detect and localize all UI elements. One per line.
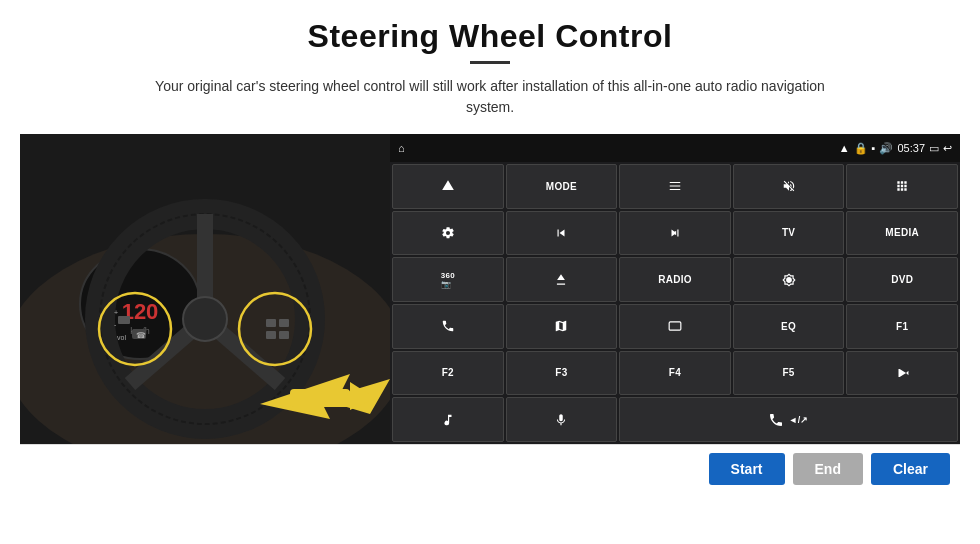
- btn-music[interactable]: [392, 397, 504, 442]
- btn-eq[interactable]: EQ: [733, 304, 845, 349]
- btn-prev[interactable]: [506, 211, 618, 256]
- back-icon: ↩: [943, 142, 952, 155]
- page-subtitle: Your original car's steering wheel contr…: [150, 76, 830, 118]
- btn-dvd[interactable]: DVD: [846, 257, 958, 302]
- btn-360[interactable]: 360📷: [392, 257, 504, 302]
- bottom-bar: Start End Clear: [20, 444, 960, 493]
- btn-media[interactable]: MEDIA: [846, 211, 958, 256]
- btn-apps[interactable]: [846, 164, 958, 209]
- home-icon[interactable]: ⌂: [398, 142, 405, 154]
- btn-f3[interactable]: F3: [506, 351, 618, 396]
- svg-text:+: +: [114, 309, 118, 316]
- btn-f1[interactable]: F1: [846, 304, 958, 349]
- sd-icon: ▪: [872, 142, 876, 154]
- btn-f5[interactable]: F5: [733, 351, 845, 396]
- wifi-icon: ▲: [839, 142, 850, 154]
- volume-icon: 🔊: [879, 142, 893, 155]
- head-unit-panel: ⌂ ▲ 🔒 ▪ 🔊 05:37 ▭ ↩ MODE: [390, 134, 960, 444]
- btn-map[interactable]: [506, 304, 618, 349]
- btn-play-pause[interactable]: [846, 351, 958, 396]
- btn-mode[interactable]: MODE: [506, 164, 618, 209]
- lock-icon: 🔒: [854, 142, 868, 155]
- page: Steering Wheel Control Your original car…: [0, 0, 980, 544]
- button-grid: MODE TV: [390, 162, 960, 444]
- btn-tv[interactable]: TV: [733, 211, 845, 256]
- svg-rect-13: [118, 316, 130, 324]
- steering-wheel-image: 120 km/h + - ☎ v: [20, 134, 390, 444]
- status-bar-left: ⌂: [398, 142, 405, 154]
- btn-f4[interactable]: F4: [619, 351, 731, 396]
- btn-brightness[interactable]: [733, 257, 845, 302]
- btn-settings[interactable]: [392, 211, 504, 256]
- svg-rect-26: [669, 322, 681, 330]
- start-button[interactable]: Start: [709, 453, 785, 485]
- clear-button[interactable]: Clear: [871, 453, 950, 485]
- end-button[interactable]: End: [793, 453, 863, 485]
- btn-eject[interactable]: [506, 257, 618, 302]
- svg-rect-24: [290, 389, 350, 407]
- svg-point-10: [183, 297, 227, 341]
- status-bar-right: ▲ 🔒 ▪ 🔊 05:37 ▭ ↩: [839, 142, 952, 155]
- svg-text:vol: vol: [117, 334, 126, 341]
- svg-text:☎: ☎: [136, 331, 146, 340]
- svg-rect-20: [279, 319, 289, 327]
- status-bar: ⌂ ▲ 🔒 ▪ 🔊 05:37 ▭ ↩: [390, 134, 960, 162]
- btn-phone-call[interactable]: ◄/↗: [619, 397, 958, 442]
- btn-phone[interactable]: [392, 304, 504, 349]
- time-display: 05:37: [897, 142, 925, 154]
- title-divider: [470, 61, 510, 64]
- btn-mic[interactable]: [506, 397, 618, 442]
- btn-screen-off[interactable]: [619, 304, 731, 349]
- svg-rect-21: [266, 331, 276, 339]
- btn-mute[interactable]: [733, 164, 845, 209]
- btn-nav[interactable]: [392, 164, 504, 209]
- svg-rect-19: [266, 319, 276, 327]
- btn-radio[interactable]: RADIO: [619, 257, 731, 302]
- content-row: 120 km/h + - ☎ v: [20, 134, 960, 444]
- btn-list[interactable]: [619, 164, 731, 209]
- page-title: Steering Wheel Control: [308, 18, 673, 55]
- btn-f2[interactable]: F2: [392, 351, 504, 396]
- screen-icon: ▭: [929, 142, 939, 155]
- svg-rect-22: [279, 331, 289, 339]
- btn-next[interactable]: [619, 211, 731, 256]
